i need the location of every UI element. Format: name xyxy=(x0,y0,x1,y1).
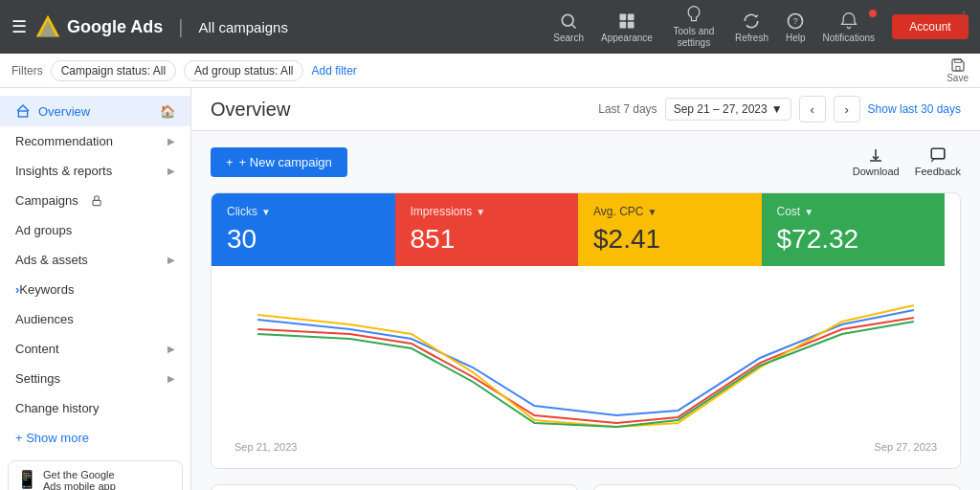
metric-cost: Cost ▼ $72.32 xyxy=(762,193,946,266)
mobile-app-banner: 📱 Get the Google Ads mobile app xyxy=(8,460,183,490)
new-campaign-label: + New campaign xyxy=(239,155,332,169)
sidebar-campaigns-label: Campaigns xyxy=(15,193,78,208)
svg-rect-10 xyxy=(956,66,960,71)
campaign-status-filter[interactable]: Campaign status: All xyxy=(51,60,176,81)
sidebar-recommendation-label: Recommendation xyxy=(15,134,113,148)
feedback-btn[interactable]: Feedback xyxy=(915,146,961,177)
cpc-label: Avg. CPC ▼ xyxy=(593,205,746,218)
clicks-arrow: ▼ xyxy=(261,207,271,217)
filters-label: Filters xyxy=(11,64,43,78)
svg-rect-6 xyxy=(619,21,626,28)
notifications-icon xyxy=(839,11,858,31)
plus-icon: + xyxy=(226,155,234,169)
nav-right: Search Appearance Tools and settings Ref… xyxy=(553,5,969,49)
chart-area: Sep 21, 2023 Sep 27, 2023 xyxy=(212,266,960,468)
sidebar-adgroups-label: Ad groups xyxy=(15,223,72,237)
page-title: Overview xyxy=(211,99,290,121)
download-btn[interactable]: Download xyxy=(853,146,900,177)
keywords-card: Keywords ● Add keyword ⋮ Summary of how … xyxy=(593,484,961,490)
date-controls: Last 7 days Sep 21 – 27, 2023 ▼ ‹ › Show… xyxy=(598,96,961,122)
search-nav-btn[interactable]: Search xyxy=(553,11,584,43)
cost-label: Cost ▼ xyxy=(777,205,930,218)
sidebar-content-label: Content xyxy=(15,342,59,356)
impressions-value: 851 xyxy=(411,224,564,255)
nav-subtitle: All campaigns xyxy=(199,19,288,35)
sidebar-item-adgroups[interactable]: Ad groups xyxy=(0,215,190,245)
insights-arrow: ▶ xyxy=(167,166,175,176)
date-selector[interactable]: Sep 21 – 27, 2023 ▼ xyxy=(665,98,791,121)
metrics-container: Clicks ▼ 30 Impressions ▼ 851 xyxy=(211,192,961,469)
bottom-cards: Recommendation ⋮ 📋 Add structured snippe… xyxy=(211,484,961,490)
appearance-nav-btn[interactable]: Appearance xyxy=(601,11,653,43)
sidebar-item-overview[interactable]: Overview 🏠 xyxy=(0,96,190,126)
notifications-nav-btn[interactable]: Notifications xyxy=(823,11,875,43)
metric-clicks: Clicks ▼ 30 xyxy=(212,193,395,266)
content-area: Overview Last 7 days Sep 21 – 27, 2023 ▼… xyxy=(191,88,980,490)
new-campaign-btn[interactable]: + + New campaign xyxy=(211,147,347,177)
save-label: Save xyxy=(947,73,969,83)
svg-point-2 xyxy=(562,14,573,26)
content-arrow: ▶ xyxy=(167,344,175,354)
action-right: Download Feedback xyxy=(853,146,961,177)
impressions-label: Impressions ▼ xyxy=(411,205,564,218)
ads-arrow: ▶ xyxy=(167,255,175,265)
svg-line-3 xyxy=(572,24,576,28)
sidebar-item-campaigns[interactable]: Campaigns xyxy=(0,186,190,215)
sidebar-item-change-history[interactable]: Change history xyxy=(0,393,190,423)
logo-icon xyxy=(34,13,61,40)
cpc-arrow: ▼ xyxy=(647,207,657,217)
download-icon xyxy=(867,146,884,164)
main-layout: Overview 🏠 Recommendation ▶ Insights & r… xyxy=(0,88,980,490)
recommendation-card: Recommendation ⋮ 📋 Add structured snippe… xyxy=(211,484,578,490)
svg-rect-13 xyxy=(93,200,100,205)
sidebar-item-settings[interactable]: Settings ▶ xyxy=(0,364,190,393)
chart-labels: Sep 21, 2023 Sep 27, 2023 xyxy=(227,441,945,453)
sidebar-item-insights[interactable]: Insights & reports ▶ xyxy=(0,156,190,186)
date-prev-btn[interactable]: ‹ xyxy=(799,96,826,122)
date-next-btn[interactable]: › xyxy=(834,96,860,122)
show-30-days-btn[interactable]: Show last 30 days xyxy=(868,102,961,116)
top-navbar: ☰ Google Ads | All campaigns Search Appe… xyxy=(0,0,980,54)
impressions-arrow: ▼ xyxy=(476,207,485,217)
chart-start-date: Sep 21, 2023 xyxy=(234,441,297,453)
clicks-label: Clicks ▼ xyxy=(227,205,380,218)
sidebar-insights-label: Insights & reports xyxy=(15,164,112,178)
svg-rect-4 xyxy=(619,13,626,20)
chart-end-date: Sep 27, 2023 xyxy=(875,441,937,453)
google-ads-logo: Google Ads xyxy=(34,13,163,40)
settings-arrow: ▶ xyxy=(167,373,175,384)
cost-value: $72.32 xyxy=(777,224,930,255)
action-bar: + + New campaign Download Feedback xyxy=(211,146,961,177)
tools-nav-btn[interactable]: Tools and settings xyxy=(670,5,718,49)
recommendation-arrow: ▶ xyxy=(167,136,175,146)
save-icon xyxy=(950,57,966,73)
search-icon xyxy=(559,11,578,31)
show-more-btn[interactable]: + Show more xyxy=(0,423,190,453)
date-label: Last 7 days xyxy=(598,102,657,116)
sidebar-item-ads[interactable]: Ads & assets ▶ xyxy=(0,245,190,275)
appearance-icon xyxy=(617,11,636,31)
add-filter-btn[interactable]: Add filter xyxy=(311,64,356,78)
chevron-down-icon: ▼ xyxy=(771,102,783,116)
nav-divider: | xyxy=(178,16,183,38)
save-btn[interactable]: Save xyxy=(947,57,969,83)
sidebar-item-audiences[interactable]: Audiences xyxy=(0,304,190,334)
download-label: Download xyxy=(853,166,900,177)
hamburger-menu[interactable]: ☰ xyxy=(11,16,27,37)
sidebar-audiences-label: Audiences xyxy=(15,312,74,326)
lock-icon xyxy=(90,194,103,208)
mobile-app-line1: Get the Google xyxy=(43,469,116,480)
sidebar-item-content[interactable]: Content ▶ xyxy=(0,334,190,364)
sidebar-item-recommendation[interactable]: Recommendation ▶ xyxy=(0,126,190,156)
help-nav-btn[interactable]: ? Help xyxy=(786,11,806,43)
svg-rect-14 xyxy=(931,148,945,159)
metric-impressions: Impressions ▼ 851 xyxy=(395,193,579,266)
feedback-label: Feedback xyxy=(915,166,961,177)
refresh-icon xyxy=(742,11,761,31)
tools-icon xyxy=(684,5,703,24)
sidebar: Overview 🏠 Recommendation ▶ Insights & r… xyxy=(0,88,191,490)
adgroup-status-filter[interactable]: Ad group status: All xyxy=(184,60,303,81)
notification-badge xyxy=(869,10,877,17)
sidebar-item-keywords[interactable]: › Keywords xyxy=(0,275,190,304)
refresh-nav-btn[interactable]: Refresh xyxy=(735,11,768,43)
